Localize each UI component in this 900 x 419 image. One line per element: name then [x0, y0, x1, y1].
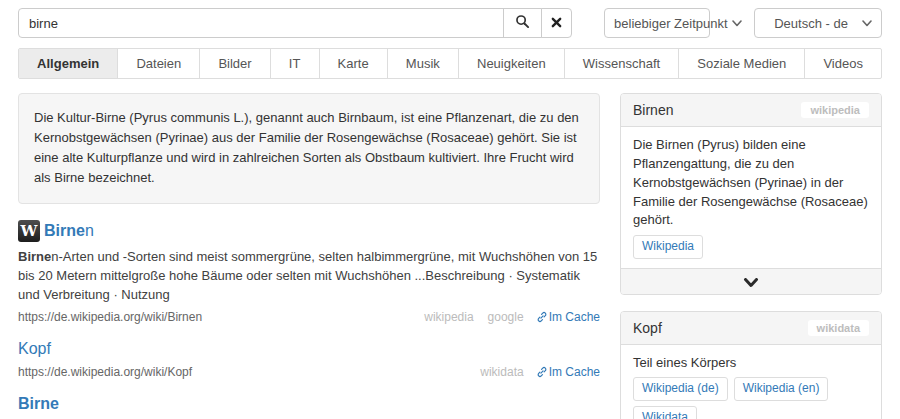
results-list: WBirnenBirnen-Arten und -Sorten sind mei… — [18, 220, 600, 419]
engine-label-wikidata: wikidata — [480, 365, 523, 379]
tab-karte[interactable]: Karte — [319, 49, 387, 78]
wikipedia-button[interactable]: Wikipedia — [633, 235, 703, 258]
cache-link[interactable]: Im Cache — [536, 365, 600, 379]
wikidata-button[interactable]: Wikidata — [633, 406, 697, 419]
tab-allgemein[interactable]: Allgemein — [19, 49, 117, 78]
engine-label-google: google — [488, 310, 524, 324]
tab-dateien[interactable]: Dateien — [117, 49, 199, 78]
x-icon — [551, 16, 562, 31]
category-tabs: AllgemeinDateienBilderITKarteMusikNeuigk… — [18, 48, 882, 79]
tab-neuigkeiten[interactable]: Neuigkeiten — [458, 49, 564, 78]
magnifier-icon — [515, 14, 530, 32]
result-item: Birnehttps://de.wiktionary.org/wiki/Birn… — [18, 394, 600, 419]
top-infobox: Die Kultur-Birne (Pyrus communis L.), ge… — [18, 93, 600, 204]
search-form — [18, 8, 572, 38]
result-title-row: Birne — [18, 394, 600, 414]
infobox-panel-kopf: KopfwikidataTeil eines KörpersWikipedia … — [620, 311, 882, 419]
chevron-down-icon — [862, 20, 872, 27]
highlighted-query-text: Birne — [18, 249, 51, 264]
wikipedia-w-icon: W — [18, 220, 40, 242]
results-column: Die Kultur-Birne (Pyrus communis L.), ge… — [18, 93, 600, 419]
sidebar: BirnenwikipediaDie Birnen (Pyrus) bilden… — [620, 93, 882, 419]
plain-text: Kopf — [18, 340, 51, 357]
panel-collapse-button[interactable] — [621, 268, 881, 294]
engine-label-wikipedia: wikipedia — [424, 310, 473, 324]
panel-source-badge: wikipedia — [801, 102, 869, 118]
clear-search-button[interactable] — [541, 8, 572, 38]
result-title-link[interactable]: Birne — [18, 394, 59, 414]
panel-header: Kopfwikidata — [621, 312, 881, 345]
panel-text: Die Birnen (Pyrus) bilden eine Pflanzeng… — [633, 136, 869, 230]
time-range-select[interactable]: beliebiger Zeitpunkt — [604, 8, 710, 38]
panel-title: Kopf — [633, 320, 662, 336]
tab-bilder[interactable]: Bilder — [199, 49, 269, 78]
result-meta-row: https://de.wikipedia.org/wiki/Birnenwiki… — [18, 310, 600, 324]
cache-link[interactable]: Im Cache — [536, 310, 600, 324]
highlighted-query-text: Birne — [18, 395, 59, 412]
wikipedia-en-button[interactable]: Wikipedia (en) — [734, 377, 829, 400]
chevron-down-icon — [732, 20, 742, 27]
panel-body: Teil eines KörpersWikipedia (de)Wikipedi… — [621, 345, 881, 419]
tab-musik[interactable]: Musik — [387, 49, 458, 78]
search-results-page: beliebiger Zeitpunkt Deutsch - de Allgem… — [0, 0, 900, 419]
tab-wissenschaft[interactable]: Wissenschaft — [564, 49, 679, 78]
time-range-value: beliebiger Zeitpunkt — [614, 16, 727, 31]
result-title-link[interactable]: Birnen — [44, 221, 94, 241]
infobox-panel-birnen: BirnenwikipediaDie Birnen (Pyrus) bilden… — [620, 93, 882, 295]
result-item: Kopfhttps://de.wikipedia.org/wiki/Kopfwi… — [18, 339, 600, 379]
panel-header: Birnenwikipedia — [621, 94, 881, 127]
cache-link-label: Im Cache — [549, 310, 600, 324]
search-input[interactable] — [18, 8, 504, 38]
cache-link-label: Im Cache — [549, 365, 600, 379]
result-meta-row: https://de.wikipedia.org/wiki/Kopfwikida… — [18, 365, 600, 379]
result-url: https://de.wikipedia.org/wiki/Birnen — [18, 310, 410, 324]
tab-soziale-medien[interactable]: Soziale Medien — [678, 49, 804, 78]
result-item: WBirnenBirnen-Arten und -Sorten sind mei… — [18, 220, 600, 325]
panel-title: Birnen — [633, 102, 673, 118]
chevron-down-icon — [743, 274, 759, 291]
highlighted-query-text: Birne — [44, 222, 85, 239]
panel-source-badge: wikidata — [808, 320, 869, 336]
panel-body: Die Birnen (Pyrus) bilden eine Pflanzeng… — [621, 127, 881, 268]
result-url: https://de.wikipedia.org/wiki/Kopf — [18, 365, 466, 379]
content-area: Die Kultur-Birne (Pyrus communis L.), ge… — [18, 93, 882, 419]
plain-text: n — [85, 222, 94, 239]
panel-text: Teil eines Körpers — [633, 354, 869, 373]
wikipedia-de-button[interactable]: Wikipedia (de) — [633, 377, 728, 400]
link-icon — [536, 311, 548, 323]
result-title-row: WBirnen — [18, 220, 600, 242]
top-bar: beliebiger Zeitpunkt Deutsch - de — [18, 8, 882, 38]
language-value: Deutsch - de — [764, 16, 858, 31]
plain-text: n-Arten und -Sorten sind meist sommergrü… — [18, 249, 597, 302]
link-icon — [536, 366, 548, 378]
tab-it[interactable]: IT — [270, 49, 319, 78]
result-description: Birnen-Arten und -Sorten sind meist somm… — [18, 247, 600, 305]
result-title-row: Kopf — [18, 339, 600, 359]
tab-videos[interactable]: Videos — [804, 49, 881, 78]
result-title-link[interactable]: Kopf — [18, 339, 51, 359]
search-button[interactable] — [503, 8, 542, 38]
language-select[interactable]: Deutsch - de — [754, 8, 882, 38]
